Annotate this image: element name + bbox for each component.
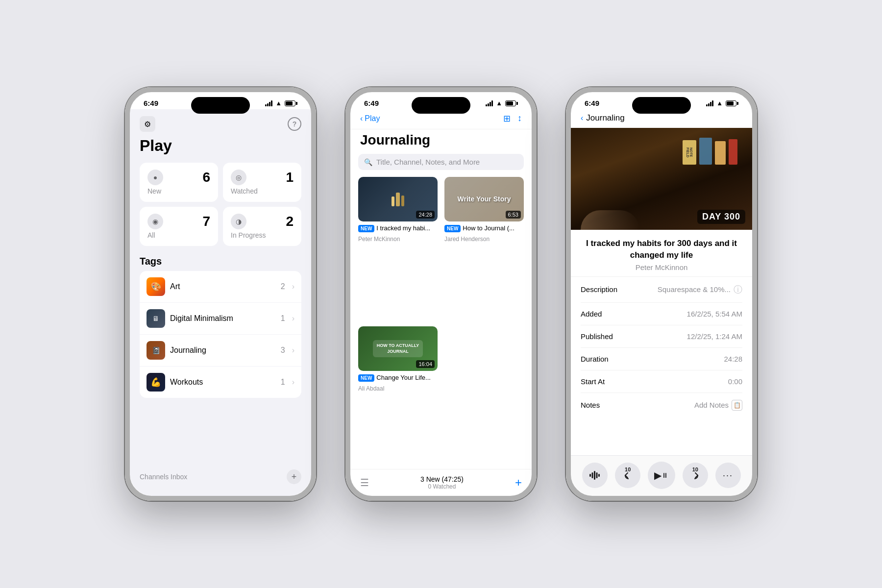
skip-back-button[interactable]: 10 bbox=[615, 463, 640, 488]
more-options-button[interactable]: ··· bbox=[715, 463, 741, 488]
help-icon[interactable]: ? bbox=[288, 117, 301, 131]
video-main-title: I tracked my habits for 300 days and it … bbox=[581, 238, 742, 261]
tag-name-art: Art bbox=[170, 282, 276, 291]
play-pause-button[interactable]: ▶⏸ bbox=[648, 462, 675, 489]
skip-forward-label: 10 bbox=[692, 466, 698, 472]
video-hero: FIELDNOTE DAY 300 bbox=[571, 128, 752, 230]
journaling-title: Journaling bbox=[350, 129, 532, 154]
player-controls: 10 ▶⏸ 10 ··· bbox=[571, 455, 752, 496]
tag-item-digital[interactable]: 🖥 Digital Minimalism 1 › bbox=[140, 303, 301, 335]
startat-value: 0:00 bbox=[728, 377, 742, 386]
notes-add-icon[interactable]: 📋 bbox=[732, 400, 742, 411]
back-button[interactable]: ‹ Play bbox=[360, 114, 380, 123]
tag-count-art: 2 bbox=[281, 282, 285, 291]
signal-icon bbox=[486, 100, 493, 106]
svg-rect-3 bbox=[596, 472, 598, 478]
chevron-icon-art: › bbox=[292, 282, 294, 291]
meta-row-notes: Notes Add Notes 📋 bbox=[581, 393, 742, 417]
list-icon[interactable]: ☰ bbox=[360, 477, 369, 489]
video-card-2[interactable]: Write Your Story 6:53 NEWHow to Journal … bbox=[444, 177, 524, 319]
videos-grid: 24:28 NEWI tracked my habi... Peter McKi… bbox=[350, 177, 532, 469]
detail-screen: ‹ Journaling FIELDNOTE DAY 300 I tracked bbox=[571, 109, 752, 496]
duration-value: 24:28 bbox=[724, 355, 742, 363]
add-button[interactable]: + bbox=[287, 469, 301, 484]
stats-grid: ● 6 New ◎ 1 Watched ◉ 7 bbox=[140, 163, 301, 246]
search-icon: 🔍 bbox=[364, 158, 372, 166]
signal-icon bbox=[706, 100, 713, 106]
tag-count-journaling: 3 bbox=[281, 346, 285, 355]
video-duration-2: 6:53 bbox=[506, 211, 521, 219]
add-button[interactable]: + bbox=[515, 476, 522, 490]
back-label: Play bbox=[365, 114, 380, 123]
stat-card-watched[interactable]: ◎ 1 Watched bbox=[223, 163, 301, 202]
search-bar[interactable]: 🔍 Title, Channel, Notes, and More bbox=[358, 154, 524, 170]
all-count: 7 bbox=[202, 214, 210, 229]
info-icon[interactable]: ⓘ bbox=[734, 284, 742, 295]
video-card-3[interactable]: HOW TO ACTUALLYJOURNAL 16:04 NEWChange Y… bbox=[358, 326, 438, 469]
tag-item-art[interactable]: 🎨 Art 2 › bbox=[140, 271, 301, 303]
chevron-icon-digital: › bbox=[292, 314, 294, 323]
stat-card-new[interactable]: ● 6 New bbox=[140, 163, 218, 202]
video-title-1: NEWI tracked my habi... bbox=[358, 224, 438, 233]
waveform-icon bbox=[589, 471, 600, 480]
tag-item-journaling[interactable]: 📓 Journaling 3 › bbox=[140, 335, 301, 367]
tag-item-workouts[interactable]: 💪 Workouts 1 › bbox=[140, 367, 301, 398]
duration-label: Duration bbox=[581, 355, 609, 363]
chevron-icon-journaling: › bbox=[292, 346, 294, 355]
watched-label: 0 Watched bbox=[420, 483, 464, 490]
status-time: 6:49 bbox=[585, 99, 599, 107]
sort-icon[interactable]: ↕ bbox=[517, 113, 522, 124]
nav-title: Journaling bbox=[586, 113, 624, 123]
phone-3-detail: 6:49 ▲ ‹ Journaling bbox=[566, 87, 757, 501]
stat-card-inprogress[interactable]: ◑ 2 In Progress bbox=[223, 207, 301, 246]
stat-card-all[interactable]: ◉ 7 All bbox=[140, 207, 218, 246]
grid-icon[interactable]: ⊞ bbox=[503, 113, 511, 124]
video-duration-3: 16:04 bbox=[416, 360, 435, 368]
phone-inner: 6:49 ▲ ⚙ ? Play bbox=[130, 92, 311, 496]
tag-count-digital: 1 bbox=[281, 314, 285, 323]
filter-icon[interactable]: ⚙ bbox=[140, 116, 155, 132]
inprogress-icon: ◑ bbox=[231, 214, 246, 229]
watched-count: 1 bbox=[286, 170, 294, 185]
new-count: 6 bbox=[202, 170, 210, 185]
day-badge: DAY 300 bbox=[697, 210, 745, 224]
waveform-button[interactable] bbox=[582, 463, 608, 488]
all-label: All bbox=[147, 231, 210, 239]
meta-row-description: Description Squarespace & 10%... ⓘ bbox=[581, 277, 742, 303]
back-button[interactable]: ‹ bbox=[581, 114, 583, 122]
status-icons: ▲ bbox=[265, 99, 297, 107]
new-badge-2: NEW bbox=[444, 225, 461, 232]
notes-value[interactable]: Add Notes 📋 bbox=[694, 400, 742, 411]
watched-label: Watched bbox=[231, 187, 294, 195]
video-card-1[interactable]: 24:28 NEWI tracked my habi... Peter McKi… bbox=[358, 177, 438, 319]
meta-row-duration: Duration 24:28 bbox=[581, 348, 742, 370]
video-title-3: NEWChange Your Life... bbox=[358, 374, 438, 382]
page-title: Play bbox=[140, 137, 301, 155]
dynamic-island bbox=[412, 97, 470, 114]
inprogress-count: 2 bbox=[286, 214, 294, 229]
skip-forward-button[interactable]: 10 bbox=[683, 463, 708, 488]
inprogress-label: In Progress bbox=[231, 231, 294, 239]
video-title-2: NEWHow to Journal (... bbox=[444, 224, 524, 233]
play-screen: ⚙ ? Play ● 6 New ◎ 1 Watched bbox=[130, 109, 311, 496]
added-value: 16/2/25, 5:54 AM bbox=[687, 310, 742, 318]
svg-rect-2 bbox=[594, 471, 595, 480]
tags-list: 🎨 Art 2 › 🖥 Digital Minimalism 1 › 📓 Jou… bbox=[140, 271, 301, 398]
back-chevron-icon: ‹ bbox=[360, 114, 363, 123]
new-badge-3: NEW bbox=[358, 374, 374, 382]
battery-icon bbox=[505, 100, 518, 106]
skip-forward-icon bbox=[690, 471, 701, 482]
video-main-channel: Peter McKinnon bbox=[581, 263, 742, 271]
signal-icon bbox=[265, 100, 272, 106]
phone-inner: 6:49 ▲ ‹ Play bbox=[350, 92, 532, 496]
phone-1-play: 6:49 ▲ ⚙ ? Play bbox=[125, 87, 316, 501]
play-topbar: ⚙ ? bbox=[140, 113, 301, 137]
battery-icon bbox=[285, 100, 297, 106]
video-thumb-2: Write Your Story 6:53 bbox=[444, 177, 524, 221]
status-icons: ▲ bbox=[486, 99, 518, 107]
chevron-icon-workouts: › bbox=[292, 378, 294, 387]
published-label: Published bbox=[581, 332, 613, 341]
video-thumb-3: HOW TO ACTUALLYJOURNAL 16:04 bbox=[358, 326, 438, 371]
tags-section: Tags 🎨 Art 2 › 🖥 Digital Minimalism 1 › bbox=[140, 256, 301, 464]
dynamic-island bbox=[632, 97, 691, 114]
